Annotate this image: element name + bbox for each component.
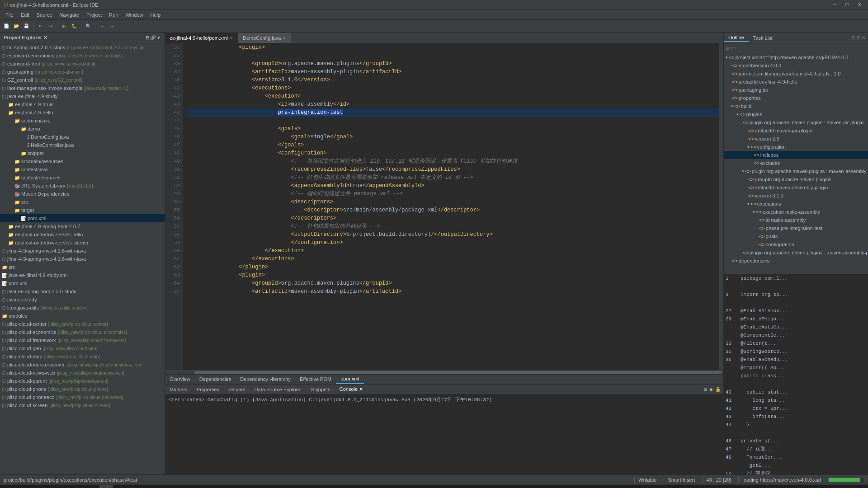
tree-item[interactable]: ⬡plisp-cloud-screen[plisp_new/plisp-clou… [0,401,165,409]
tab-pom-close[interactable]: ✕ [230,36,233,40]
link-editor-button[interactable]: 🔗 [150,35,156,40]
tree-item[interactable]: ⬡litongjava-utils[litongjava-utils maste… [0,304,165,312]
outline-panel-controls[interactable]: ⊡ ⊟ ✕ [849,34,868,41]
toolbar-debug-button[interactable]: 🐛 [70,22,79,31]
project-explorer-toolbar[interactable]: ⊟ 🔗 ▼ [146,35,161,40]
outline-item[interactable]: <>properties [724,94,868,102]
outline-item[interactable]: <>includes [724,151,868,159]
collapse-all-button[interactable]: ⊟ [146,35,149,40]
horizontal-scrollbar[interactable] [194,371,722,374]
outline-item[interactable]: <>dependencies [724,257,868,265]
menu-run[interactable]: Run [105,11,122,19]
taskbar-start-button[interactable]: ⊞ [0,485,18,488]
outline-item[interactable]: <>phase pre-integration-test [724,224,868,232]
task-list-tab[interactable]: Task List [749,34,777,42]
taskbar-edge[interactable]: e [45,485,59,488]
outline-tb-btn3[interactable]: ≡ [733,46,736,51]
console-tab-console[interactable]: Console ✕ [335,385,368,393]
tree-item[interactable]: 📁src/main/java [0,117,165,125]
outline-item[interactable]: <>version 3.1.0 [724,192,868,200]
tree-item[interactable]: 📁target [0,206,165,214]
taskbar-mouse[interactable]: 🖱 [113,485,127,488]
code-content[interactable]: <plugin> <groupId>org.apache.maven.plugi… [183,43,719,370]
taskbar-word[interactable]: W [72,485,86,488]
tree-item[interactable]: 📁ee-jfinal-4.9-druid [0,100,165,108]
outline-item[interactable]: <>parent com.litongi:java-ee-jfinal-4.9-… [724,70,868,78]
tree-item[interactable]: ⬡bc-spring-boot-2.0.7-study[in java-ee-s… [0,43,165,52]
outline-item[interactable]: <>packaging jar [724,86,868,94]
outline-item[interactable]: <>excludes [724,159,868,167]
outline-item[interactable]: <>id make-assembly [724,216,868,224]
toolbar-back-button[interactable]: ← [98,22,107,31]
menu-project[interactable]: Project [83,11,105,19]
outline-item[interactable]: <>plugin org.apache.maven.plugins : mave… [724,118,868,127]
tree-item[interactable]: 📚JRE System Library[JavaSE-1.8] [0,182,165,190]
toolbar-forward-button[interactable]: → [108,22,117,31]
outline-item[interactable]: <>artifactId maven-jar-plugin [724,127,868,135]
tree-item[interactable]: 📁src [0,263,165,271]
code-editor[interactable]: 3637383940414243434445464748495051525354… [165,43,723,370]
toolbar-undo-button[interactable]: ↩ [36,22,45,31]
tab-dependencies[interactable]: Dependencies [195,374,236,384]
menu-source[interactable]: Source [33,11,56,19]
tree-item[interactable]: ⬡java-se-study [0,296,165,304]
outline-item[interactable]: ▾ <>executions [724,200,868,208]
tree-item[interactable]: 📁src [0,198,165,206]
menu-window[interactable]: Window [122,11,146,19]
outline-item[interactable]: <>groupId org.apache.maven.plugins [724,175,868,183]
tree-item[interactable]: ⬡plisp-cloud-phone[plisp_new/plisp-cloud… [0,385,165,393]
tree-item[interactable]: 📚Maven Dependencies [0,190,165,198]
taskbar-eclipse[interactable]: ⬡ [99,485,113,488]
toolbar-search-button[interactable]: 🔍 [84,22,93,31]
editor-tab-pom[interactable]: ee-jfinal-4.9-hello/pom.xml ✕ [165,33,238,43]
tree-item[interactable]: ⬡ibot-manager-sso-invoke-example[java-st… [0,84,165,92]
tree-item[interactable]: 📝pom.xml [0,279,165,287]
taskbar-chrome[interactable]: 🌐 [86,485,99,488]
outline-tab[interactable]: Outline [724,34,749,42]
tree-item[interactable]: ⬡plisp-cloud-parent[plisp_new/plisp-clou… [0,377,165,385]
tree-item[interactable]: 📝pom.xml [0,214,165,222]
menu-navigate[interactable]: Navigate [56,11,83,19]
tree-item[interactable]: 📁modules [0,312,165,320]
menu-edit[interactable]: Edit [17,11,33,19]
outline-tb-btn2[interactable]: ↕ [730,46,732,51]
toolbar-run-button[interactable]: ▶ [60,22,69,31]
console-tab-snippets[interactable]: Snippets [307,386,335,393]
view-menu-button[interactable]: ▼ [156,35,161,40]
console-tab-servers[interactable]: Servers [224,386,250,393]
console-tab-properties[interactable]: Properties [192,386,224,393]
tree-item[interactable]: 📁demo [0,125,165,133]
outline-item[interactable]: ▾ <>project xmlns="http://maven.apache.o… [724,53,868,61]
taskbar-search[interactable]: 🔍 [18,485,32,488]
editor-tab-democonfg[interactable]: DemoConfig.java ✕ [238,33,291,43]
tree-item[interactable]: 📁ee-jfinal-undertow-servlet-hello [0,230,165,239]
console-toolbar[interactable]: ⊠ ■ 🔒 [703,387,723,392]
tree-item[interactable]: 📁ee-jfinal-4.9-hello [0,108,165,117]
outline-item[interactable]: <>modelVersion 4.0.0 [724,61,868,70]
outline-toolbar[interactable]: ⊟ ↕ ≡ [724,43,868,53]
outline-item[interactable]: <>artifactId ee-jfinal-4.9-hello [724,78,868,86]
tree-item[interactable]: ⬡plisp-cloud-map[plisp_new/plisp-cloud-m… [0,352,165,361]
toolbar-open-button[interactable]: 📂 [12,22,21,31]
outline-item[interactable]: <>artifactId maven-assembly-plugin [724,183,868,192]
outline-item[interactable]: ▾ <>plugins [724,110,868,118]
minimize-button[interactable]: ─ [830,2,840,8]
vertical-scrollbar[interactable] [719,43,723,370]
tree-item[interactable]: ⬡plisp-cloud-gen[plisp_new/plisp-cloud-g… [0,344,165,352]
outline-item[interactable]: ▾ <>plugin org.apache.maven.plugins : ma… [724,167,868,175]
outline-tb-btn1[interactable]: ⊟ [726,46,729,51]
tree-item[interactable]: ⬡java-ee-jfinal-4.9-study [0,92,165,100]
tree-item[interactable]: ⬡plisp-cloud-economics[plisp_new/plisp-c… [0,328,165,336]
tree-item[interactable]: 📁ee-jfinal-undertow-servlet-listener [0,239,165,247]
tree-item[interactable]: ⬡java-ee-spring-boot-2.3.0-study [0,287,165,296]
tree-item[interactable]: 📁ee-jfinal-4.9-spring-boot-2.0.7 [0,222,165,230]
toolbar-save-button[interactable]: 💾 [22,22,31,31]
tree-item[interactable]: ⬡jfinal-4.9-spring-mvc-4.1.6-with-java [0,255,165,263]
tab-dependency-hierarchy[interactable]: Dependency Hierarchy [236,374,295,384]
close-button[interactable]: ✕ [855,2,864,8]
outline-item[interactable]: <>version 2.6 [724,135,868,143]
taskbar-taskview[interactable]: ⧉ [32,485,45,488]
tree-item[interactable]: ⬡esunward-economics[plisp_new/esunward-e… [0,52,165,60]
tab-overview[interactable]: Overview [165,374,195,384]
tree-item[interactable]: ⬡plisp-cloud-monitor-server[plisp_new/pl… [0,361,165,369]
